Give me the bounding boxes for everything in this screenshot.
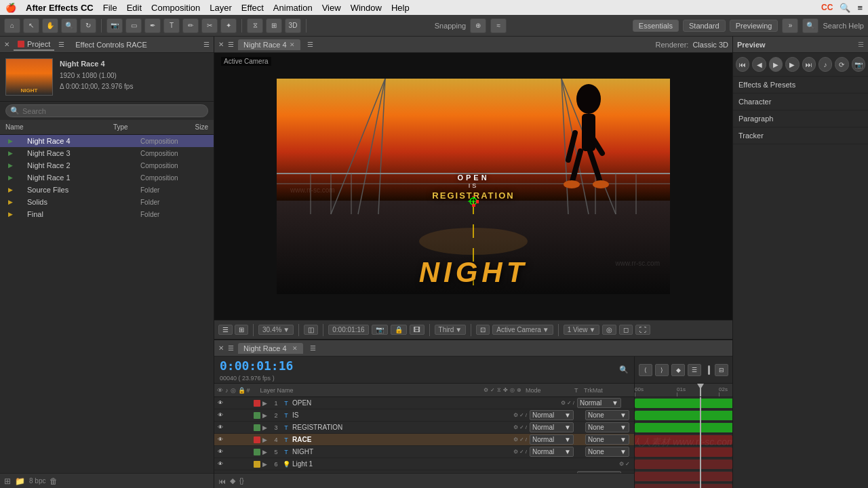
layer-expand[interactable]: ▶ bbox=[262, 412, 271, 419]
search-menu-icon[interactable]: 🔍 bbox=[840, 3, 850, 13]
trash-icon[interactable]: 🗑 bbox=[50, 476, 58, 486]
vis-eye[interactable]: 👁 bbox=[216, 436, 225, 443]
notification-icon[interactable]: ≡ bbox=[857, 3, 863, 13]
select-tool[interactable]: ↖ bbox=[23, 18, 39, 33]
list-item[interactable]: ▶ Source Files Folder bbox=[0, 184, 214, 196]
keyframe-nav-btn[interactable]: ◆ bbox=[671, 364, 685, 376]
panel-close-btn[interactable]: ✕ bbox=[4, 41, 9, 48]
workspace-more[interactable]: » bbox=[782, 18, 798, 33]
timecode-display[interactable]: 0:00:01:16 bbox=[328, 325, 368, 335]
layer-row[interactable]: 👁 ▶ 3 T REGISTRATION ⚙ ✓ bbox=[214, 422, 634, 434]
work-area-btn[interactable]: ⊟ bbox=[715, 364, 728, 376]
panel-menu[interactable]: ☰ bbox=[203, 41, 210, 48]
mode-dropdown[interactable]: Normal ▼ bbox=[577, 398, 621, 408]
viewer-safe-btn[interactable]: ⊡ bbox=[476, 325, 490, 335]
menu-help[interactable]: Help bbox=[391, 3, 410, 13]
pen-tool[interactable]: ✒ bbox=[144, 18, 161, 33]
trkmat-dropdown[interactable]: None ▼ bbox=[585, 422, 629, 432]
rotate-tool[interactable]: ↻ bbox=[80, 18, 96, 33]
viewer-comp-btn[interactable]: 🎞 bbox=[410, 325, 425, 335]
list-item[interactable]: ▶ Final Folder bbox=[0, 208, 214, 220]
vis-eye[interactable]: 👁 bbox=[216, 449, 225, 455]
menu-animation[interactable]: Animation bbox=[273, 3, 313, 13]
camera-tool[interactable]: 📷 bbox=[106, 18, 123, 33]
list-item[interactable]: ▶ Night Race 2 Composition bbox=[0, 159, 214, 171]
previewing-workspace[interactable]: Previewing bbox=[730, 20, 778, 32]
preview-play[interactable]: ▶ bbox=[769, 57, 783, 72]
mode-dropdown[interactable]: Normal ▼ bbox=[530, 434, 574, 445]
effect-controls-tab[interactable]: Effect Controls RACE bbox=[71, 39, 151, 50]
hand-tool[interactable]: ✋ bbox=[42, 18, 58, 33]
layer-expand[interactable]: ▶ bbox=[262, 461, 271, 468]
search-input[interactable] bbox=[22, 107, 203, 115]
menu-window[interactable]: Window bbox=[351, 3, 382, 13]
vis-eye[interactable]: 👁 bbox=[216, 424, 225, 430]
preview-skip-end[interactable]: ⏭ bbox=[802, 57, 816, 72]
standard-workspace[interactable]: Standard bbox=[683, 20, 726, 32]
timeline-tab-close[interactable]: ✕ bbox=[292, 345, 298, 352]
tl-playback-icon[interactable]: ⏮ bbox=[218, 477, 226, 485]
text-tool[interactable]: T bbox=[163, 18, 180, 33]
project-tab[interactable]: Project bbox=[14, 39, 54, 51]
new-comp-icon[interactable]: ⊞ bbox=[4, 476, 11, 486]
apple-menu[interactable]: 🍎 bbox=[5, 3, 16, 13]
viewer-snapshot-btn[interactable]: ◻ bbox=[619, 325, 633, 335]
timeline-menu[interactable]: ☰ bbox=[310, 344, 316, 352]
list-item[interactable]: ▶ Night Race 4 Composition bbox=[0, 135, 214, 147]
tl-keyframe-icon[interactable]: ◆ bbox=[230, 476, 235, 485]
comp-tab-close[interactable]: ✕ bbox=[290, 41, 295, 48]
list-item[interactable]: ▶ Night Race 3 Composition bbox=[0, 147, 214, 159]
comp-tab-menu[interactable]: ☰ bbox=[307, 41, 313, 48]
mode-dropdown[interactable]: Normal ▼ bbox=[530, 410, 574, 420]
layer-expand[interactable]: ▶ bbox=[262, 436, 271, 443]
layer-row[interactable]: 👁 ▶ 4 T RACE ⚙ ✓ / bbox=[214, 434, 634, 446]
tl-expr-icon[interactable]: {} bbox=[239, 477, 244, 485]
trkmat-dropdown[interactable]: None ▼ bbox=[585, 434, 629, 445]
clone-tool[interactable]: ✂ bbox=[201, 18, 218, 33]
preview-panel-menu[interactable]: ☰ bbox=[858, 41, 864, 48]
paint-tool[interactable]: ✏ bbox=[182, 18, 199, 33]
viewer-render-btn[interactable]: ◎ bbox=[602, 325, 616, 335]
menu-edit[interactable]: Edit bbox=[127, 3, 142, 13]
track-settings-btn[interactable]: ☰ bbox=[688, 364, 701, 376]
list-item[interactable]: ▶ Night Race 1 Composition bbox=[0, 171, 214, 184]
mode-dropdown[interactable]: Normal ▼ bbox=[530, 422, 574, 432]
search-help-btn[interactable]: 🔍 bbox=[802, 18, 818, 33]
layer-expand[interactable]: ▶ bbox=[262, 400, 271, 407]
effects-presets-item[interactable]: Effects & Presets bbox=[733, 77, 868, 94]
tl-close-btn[interactable]: ✕ bbox=[218, 344, 224, 352]
preview-loop[interactable]: ⟳ bbox=[835, 57, 848, 72]
timeline-tracks[interactable]: 人人素材 www.rr-sc.com bbox=[635, 397, 732, 488]
viewer-camera-btn[interactable]: 📷 bbox=[372, 325, 388, 335]
cc-icon[interactable]: CC bbox=[821, 3, 833, 13]
home-btn[interactable]: ⌂ bbox=[4, 18, 20, 33]
navigate-back-btn[interactable]: ⟨ bbox=[639, 364, 652, 376]
timeline-tab[interactable]: Night Race 4 ✕ bbox=[238, 343, 303, 354]
graph-tool[interactable]: ⧖ bbox=[247, 18, 263, 33]
vis-eye[interactable]: 👁 bbox=[216, 461, 225, 467]
motion-btn[interactable]: ≈ bbox=[490, 18, 507, 33]
viewer-settings-btn[interactable]: ☰ bbox=[218, 325, 233, 335]
camera-view-dropdown[interactable]: Third ▼ bbox=[435, 325, 467, 335]
paragraph-item[interactable]: Paragraph bbox=[733, 110, 868, 127]
puppet-tool[interactable]: ✦ bbox=[220, 18, 237, 33]
viewer-channels-btn[interactable]: ◫ bbox=[304, 325, 318, 335]
menu-layer[interactable]: Layer bbox=[210, 3, 232, 13]
trkmat-dropdown[interactable]: None ▼ bbox=[585, 410, 629, 420]
vis-eye[interactable]: 👁 bbox=[216, 400, 225, 406]
threed-tool[interactable]: 3D bbox=[285, 18, 301, 33]
vis-eye[interactable]: 👁 bbox=[216, 412, 225, 418]
menu-view[interactable]: View bbox=[322, 3, 341, 13]
preview-skip-start[interactable]: ⏮ bbox=[736, 57, 749, 72]
panel-dots[interactable]: ☰ bbox=[58, 41, 64, 48]
new-folder-icon[interactable]: 📁 bbox=[15, 476, 25, 486]
menu-effect[interactable]: Effect bbox=[241, 3, 264, 13]
preview-snapshot[interactable]: 📷 bbox=[852, 57, 865, 72]
viewer-canvas[interactable]: OPEN IS REGISTRATION bbox=[277, 79, 670, 294]
tl-search[interactable]: 🔍 bbox=[619, 365, 629, 374]
character-item[interactable]: Character bbox=[733, 94, 868, 110]
layer-expand[interactable]: ▶ bbox=[262, 424, 271, 431]
trkmat-dropdown[interactable]: None ▼ bbox=[585, 447, 629, 457]
views-dropdown[interactable]: 1 View ▼ bbox=[564, 325, 600, 335]
zoom-tool[interactable]: 🔍 bbox=[61, 18, 77, 33]
